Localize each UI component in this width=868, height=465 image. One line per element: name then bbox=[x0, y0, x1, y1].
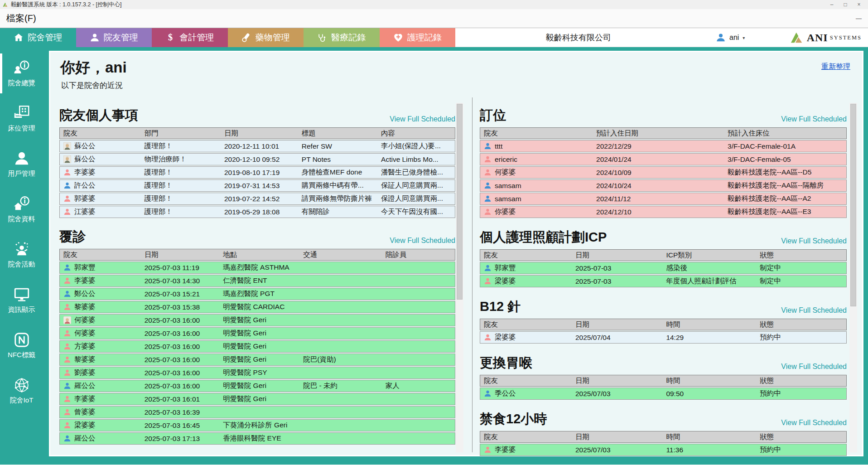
sidebar-item-院舍IoT[interactable]: 院舍IoT bbox=[0, 368, 43, 413]
table-row[interactable]: 李婆婆2025-07-03 16:01明愛醫院 Geri bbox=[59, 393, 455, 405]
table-row[interactable]: 梁婆婆2025-07-03 16:45下葵涌分科診所 Geri bbox=[59, 419, 455, 431]
cell: 3/F-DAC-Female-05 bbox=[724, 154, 846, 165]
brand-logo: ANI SYSTEMS bbox=[790, 28, 862, 47]
table-row[interactable]: 劉婆婆2025-07-03 16:00明愛醫院 PSY bbox=[59, 367, 455, 379]
table-row[interactable]: 黎婆婆2025-07-03 15:38明愛醫院 CARDIAC bbox=[59, 301, 455, 313]
minimize-button[interactable]: – bbox=[825, 1, 839, 8]
table-row[interactable]: 李婆婆護理部！2019-08-10 17:19身體檢查MEF done潘醫生已做… bbox=[59, 166, 455, 179]
sidebar-item-用戶管理[interactable]: 用戶管理 bbox=[0, 141, 43, 187]
view-full-scheduled-link[interactable]: View Full Scheduled bbox=[390, 237, 455, 246]
sidebar-item-label: 床位管理 bbox=[8, 124, 35, 133]
cell: 2025-07-03 16:00 bbox=[141, 328, 220, 339]
table-row[interactable]: 何婆婆2025-07-03 16:00明愛醫院 Geri bbox=[59, 314, 455, 326]
view-full-scheduled-link[interactable]: View Full Scheduled bbox=[781, 363, 847, 372]
brand-triangle-icon bbox=[790, 31, 805, 44]
view-full-scheduled-link[interactable]: View Full Scheduled bbox=[781, 237, 847, 247]
nav-tab-label: 院舍管理 bbox=[28, 32, 62, 44]
user-menu[interactable]: ani ▾ bbox=[716, 28, 745, 47]
table-row[interactable]: 何婆婆2024/10/09毅齡科技護老院--AA區--D5 bbox=[480, 166, 847, 179]
table-row[interactable]: 何婆婆2025-07-03 16:00明愛醫院 Geri bbox=[59, 327, 455, 339]
nav-tab-醫療記錄[interactable]: 醫療記錄 bbox=[304, 28, 380, 47]
view-full-scheduled-link[interactable]: View Full Scheduled bbox=[781, 306, 847, 316]
resident-cell: 何婆婆 bbox=[60, 328, 141, 339]
sidebar-item-資訊顯示[interactable]: 資訊顯示 bbox=[0, 277, 43, 323]
cell: 明愛醫院 Geri bbox=[219, 341, 299, 352]
table-row[interactable]: 蘇公公護理部！2020-12-11 10:01Refer SW李小姐(保證人)要… bbox=[59, 140, 455, 152]
nav-tab-會計管理[interactable]: $會計管理 bbox=[152, 28, 228, 47]
resident-cell: 你婆婆 bbox=[480, 206, 593, 218]
table-row[interactable]: 郭家豐2025-07-03 11:19瑪嘉烈醫院 ASTHMA bbox=[59, 262, 455, 274]
column-header: 日期 bbox=[221, 128, 298, 139]
mdi-minimize-icon[interactable]: — bbox=[856, 15, 862, 22]
table-row[interactable]: 羅公公2025-07-03 17:13香港眼科醫院 EYE bbox=[59, 432, 455, 445]
cell: 潘醫生已做身體檢... bbox=[377, 167, 455, 178]
resident-name: 何婆婆 bbox=[74, 329, 96, 338]
nav-tab-院友管理[interactable]: 院友管理 bbox=[76, 28, 152, 47]
section-title: 個人護理照顧計劃ICP bbox=[480, 228, 607, 247]
table-row[interactable]: 許公公護理部！2019-07-31 14:53購買兩條中碼有帶...保証人同意購… bbox=[59, 179, 455, 192]
resident-name: 江婆婆 bbox=[74, 207, 96, 217]
table-header-row: 院友日期時間狀態 bbox=[480, 375, 847, 387]
table-row[interactable]: 梁婆婆2025/07/0414:29預約中 bbox=[480, 331, 847, 344]
table-row[interactable]: 羅公公2025-07-03 16:00明愛醫院 Geri院巴 - 未約家人 bbox=[59, 380, 455, 392]
file-menu[interactable]: 檔案(F) bbox=[6, 12, 36, 24]
sidebar-item-院舍活動[interactable]: 院舍活動 bbox=[0, 232, 43, 277]
table-row[interactable]: 季公公2025/07/0309:50預約中 bbox=[480, 388, 847, 400]
refresh-link[interactable]: 重新整理 bbox=[821, 62, 850, 72]
view-full-scheduled-link[interactable]: View Full Scheduled bbox=[781, 419, 847, 428]
left-column: 院友個人事項 View Full Scheduled 院友部門日期標題內容蘇公公… bbox=[59, 106, 455, 446]
avatar-female-icon bbox=[63, 395, 71, 403]
left-scrollbar-thumb[interactable] bbox=[457, 104, 463, 300]
table-row[interactable]: ericeric2024/01/243/F-DAC-Female-05 bbox=[480, 153, 847, 165]
sidebar-item-院舍資料[interactable]: 院舍資料 bbox=[0, 187, 43, 232]
column-header: 日期 bbox=[141, 249, 220, 260]
table-row[interactable]: 鄭公公2025-07-03 15:21瑪嘉烈醫院 PGT bbox=[59, 288, 455, 300]
right-scrollbar-thumb[interactable] bbox=[850, 104, 856, 306]
avatar-female-icon bbox=[63, 408, 71, 416]
table-row[interactable]: samsam2024/10/24毅齡科技護老院--AA區--隔離房 bbox=[480, 179, 847, 192]
cell: 2020-12-10 09:52 bbox=[221, 154, 298, 165]
cell: 2020-12-11 10:01 bbox=[221, 140, 298, 152]
section-b12: B12 針 View Full Scheduled 院友日期時間狀態梁婆婆202… bbox=[480, 297, 847, 344]
sidebar-item-NFC標籤[interactable]: NFC標籤 bbox=[0, 323, 43, 368]
nav-tab-藥物管理[interactable]: 藥物管理 bbox=[228, 28, 304, 47]
section-reservations: 訂位 View Full Scheduled 院友預計入住日期預計入住床位ttt… bbox=[480, 106, 847, 218]
table-row[interactable]: samsam2024/11/12毅齡科技護老院--AA區--A2 bbox=[480, 193, 847, 205]
resident-cell: 梁婆婆 bbox=[480, 276, 572, 287]
sidebar-item-院舍總覽[interactable]: 院舍總覽 bbox=[0, 51, 43, 96]
resident-name: samsam bbox=[495, 182, 521, 190]
table-row[interactable]: 蘇公公物理治療師！2020-12-10 09:52PT NotesActive … bbox=[59, 153, 455, 165]
sidebar-item-床位管理[interactable]: 床位管理 bbox=[0, 96, 43, 141]
view-full-scheduled-link[interactable]: View Full Scheduled bbox=[781, 115, 847, 125]
cell: 2025-07-03 16:39 bbox=[141, 407, 220, 418]
sidebar-item-label: 資訊顯示 bbox=[8, 305, 35, 314]
table-row[interactable]: 你婆婆2024/12/10毅齡科技護老院--AA區--E3 bbox=[480, 206, 847, 218]
cell: 毅齡科技護老院--AA區--E3 bbox=[724, 206, 846, 218]
resident-name: 梁婆婆 bbox=[74, 421, 96, 430]
table-row[interactable]: 李婆婆2025/07/0311:36預約中 bbox=[480, 444, 847, 456]
table-row[interactable]: 曾婆婆2025-07-03 16:39 bbox=[59, 406, 455, 418]
resident-cell: 羅公公 bbox=[60, 433, 141, 444]
table-row[interactable]: 江婆婆護理部！2019-05-29 18:08有關陪診今天下午因沒有國... bbox=[59, 206, 455, 218]
table-row[interactable]: 郭婆婆護理部！2019-07-22 14:52請買兩條無帶防撕片褲保證人同意購買… bbox=[59, 193, 455, 205]
view-full-scheduled-link[interactable]: View Full Scheduled bbox=[390, 115, 455, 125]
resident-cell: 江婆婆 bbox=[60, 206, 141, 218]
table-row[interactable]: tttt2022/12/293/F-DAC-Female-01A bbox=[480, 140, 847, 152]
close-button[interactable]: × bbox=[852, 1, 866, 8]
table-row[interactable]: 郭家豐2025-07-03感染後制定中 bbox=[480, 262, 847, 274]
nav-tab-護理記錄[interactable]: 護理記錄 bbox=[380, 28, 456, 47]
table-row[interactable]: 方婆婆2025-07-03 16:00明愛醫院 Geri bbox=[59, 340, 455, 353]
personal-events-table: 院友部門日期標題內容蘇公公護理部！2020-12-11 10:01Refer S… bbox=[59, 127, 455, 218]
left-scrollbar[interactable] bbox=[456, 103, 463, 452]
user-avatar-icon bbox=[716, 33, 726, 43]
table-row[interactable]: 李婆婆2025-07-03 14:30仁濟醫院 ENT bbox=[59, 275, 455, 287]
cell: 明愛醫院 Geri bbox=[219, 380, 299, 392]
nav-tab-院舍管理[interactable]: 院舍管理 bbox=[0, 28, 76, 47]
svg-text:$: $ bbox=[168, 33, 173, 42]
cell bbox=[382, 328, 455, 339]
table-row[interactable]: 黎婆婆2025-07-03 16:00明愛醫院 Geri院巴(資助) bbox=[59, 354, 455, 366]
table-row[interactable]: 梁婆婆2025-07-03年度個人照顧計劃評估制定中 bbox=[480, 275, 847, 287]
maximize-button[interactable]: □ bbox=[839, 1, 852, 8]
stethoscope-icon bbox=[317, 33, 327, 43]
right-scrollbar[interactable] bbox=[849, 103, 857, 452]
